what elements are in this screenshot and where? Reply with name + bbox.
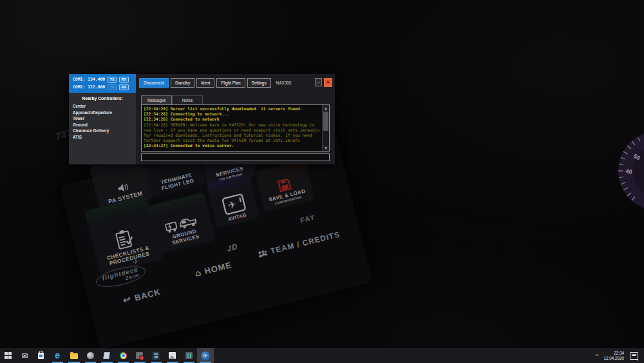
disconnect-button[interactable]: Disconnect <box>139 78 169 88</box>
chrome-icon <box>120 352 127 359</box>
steam-icon <box>87 352 94 359</box>
com1-row[interactable]: COM1: 134.400 TX RX <box>73 75 134 83</box>
clipboard-checklist-icon <box>114 228 135 250</box>
windows-taskbar: ✉ e ASX <box>0 348 644 363</box>
purple-gauge: 50 40 <box>616 129 644 213</box>
scroll-up-arrow-icon[interactable] <box>323 105 329 111</box>
taskbar-edge[interactable]: e <box>50 348 66 363</box>
tab-notes[interactable]: Notes <box>172 95 203 104</box>
controller-item-center[interactable]: Center <box>69 103 136 110</box>
taskbar-notes-app[interactable] <box>99 348 115 363</box>
log-message: [22:34:26] Connecting to network... <box>144 112 321 117</box>
controller-item-ground[interactable]: Ground <box>69 122 136 128</box>
com1-rx-indicator[interactable]: RX <box>119 77 129 83</box>
gauge-tick-40: 40 <box>625 168 633 175</box>
taskbar-file-explorer[interactable] <box>66 348 82 363</box>
com1-tx-indicator[interactable]: TX <box>108 77 117 83</box>
taskbar-steam[interactable] <box>82 348 99 363</box>
minimize-button[interactable]: – <box>315 78 322 86</box>
speaker-icon <box>116 182 129 194</box>
log-message: [22:34:26] Connected to network <box>144 117 321 122</box>
taskbar-store[interactable] <box>33 348 50 363</box>
scrollbar-thumb[interactable] <box>323 112 328 131</box>
edge-icon: e <box>55 351 60 360</box>
taskbar-photos[interactable] <box>164 348 181 363</box>
taskbar-activesky-xp[interactable]: ASXP <box>148 348 165 363</box>
home-icon: ⌂ <box>194 268 203 279</box>
nearby-controllers-panel: Nearby Controllers: Center Approach/Depa… <box>69 93 136 164</box>
taskbar-clock[interactable]: 22:34 12.04.2020 <box>603 351 624 360</box>
vpilot-window: COM1: 134.400 TX RX COM2: 122.800 TX RX … <box>69 74 335 164</box>
message-log-text: [22:34:20] Server list successfully down… <box>142 105 323 151</box>
taskbar-chrome[interactable] <box>115 348 132 363</box>
nearby-controllers-header: Nearby Controllers: <box>69 93 136 103</box>
log-message: [22:34:20] Server list successfully down… <box>144 106 321 112</box>
xplane-icon: ✈ <box>201 351 210 360</box>
mail-icon: ✉ <box>21 352 28 360</box>
scrollbar[interactable] <box>322 105 329 151</box>
com2-frequency: 122.800 <box>88 84 105 90</box>
system-tray: ^ 22:34 12.04.2020 <box>596 351 644 360</box>
screenshot-stage: PA SYSTEM TERMINATE FLIGHT LEG SERVICES … <box>0 0 644 363</box>
taskbar-app-notification[interactable] <box>131 348 148 363</box>
com2-label: COM2: <box>73 84 85 90</box>
controller-item-tower[interactable]: Tower <box>69 115 136 122</box>
tray-chevron-icon[interactable]: ^ <box>595 353 598 358</box>
people-icon <box>257 249 269 259</box>
message-input[interactable] <box>141 153 330 161</box>
floppy-disk-icon <box>277 177 292 193</box>
com1-label: COM1: <box>73 77 85 82</box>
window-app-icon <box>185 352 193 359</box>
app-red-badge-icon <box>136 352 143 359</box>
clock-date: 12.04.2020 <box>603 356 624 361</box>
activesky-xp-icon: ASXP <box>152 352 160 360</box>
store-bag-icon <box>38 353 44 359</box>
controller-item-approach-departure[interactable]: Approach/Departure <box>69 110 136 116</box>
ident-button[interactable]: Ident <box>196 78 214 88</box>
close-button[interactable]: ✕ <box>324 78 332 87</box>
com2-row[interactable]: COM2: 122.800 TX RX <box>73 83 134 91</box>
controller-item-atis[interactable]: ATIS <box>69 134 136 141</box>
tab-bar: Messages Notes <box>141 95 203 104</box>
standby-button[interactable]: Standby <box>171 78 194 88</box>
log-message: [22:34:27] Connected to voice server. <box>144 143 321 148</box>
flight-plan-button[interactable]: Flight Plan <box>216 78 245 88</box>
taskbar-window-app[interactable] <box>181 348 198 363</box>
callsign-label: NAX300 <box>276 81 292 85</box>
vpilot-main-area: Disconnect Standby Ident Flight Plan Set… <box>136 74 335 164</box>
folder-icon <box>70 353 78 359</box>
com2-rx-indicator[interactable]: RX <box>119 84 129 90</box>
back-arrow-icon: ↩ <box>122 293 133 306</box>
taskbar-icons: ✉ e ASX <box>0 348 214 363</box>
settings-button[interactable]: Settings <box>247 78 271 88</box>
notepad-icon <box>103 352 110 359</box>
scroll-down-arrow-icon[interactable] <box>323 145 329 151</box>
tab-messages[interactable]: Messages <box>141 95 172 104</box>
start-button[interactable] <box>0 348 17 363</box>
clock-time: 22:34 <box>603 351 624 356</box>
windows-logo-icon <box>5 352 12 359</box>
com1-frequency: 134.400 <box>88 77 105 82</box>
taskbar-mail[interactable]: ✉ <box>17 348 33 363</box>
action-center-icon[interactable] <box>630 352 638 360</box>
com-radio-panel: COM1: 134.400 TX RX COM2: 122.800 TX RX <box>69 74 136 93</box>
com2-tx-indicator[interactable]: TX <box>108 84 117 90</box>
toolbar: Disconnect Standby Ident Flight Plan Set… <box>139 78 291 88</box>
svg-text:✈: ✈ <box>227 198 238 211</box>
photos-icon <box>169 352 176 359</box>
log-message: [22:34:26] SERVER: Welcome back to VATSI… <box>144 123 321 144</box>
controller-item-clearance-delivery[interactable]: Clearance Delivery <box>69 128 136 134</box>
message-log: [22:34:20] Server list successfully down… <box>141 104 330 152</box>
taskbar-xplane[interactable]: ✈ <box>197 348 214 363</box>
